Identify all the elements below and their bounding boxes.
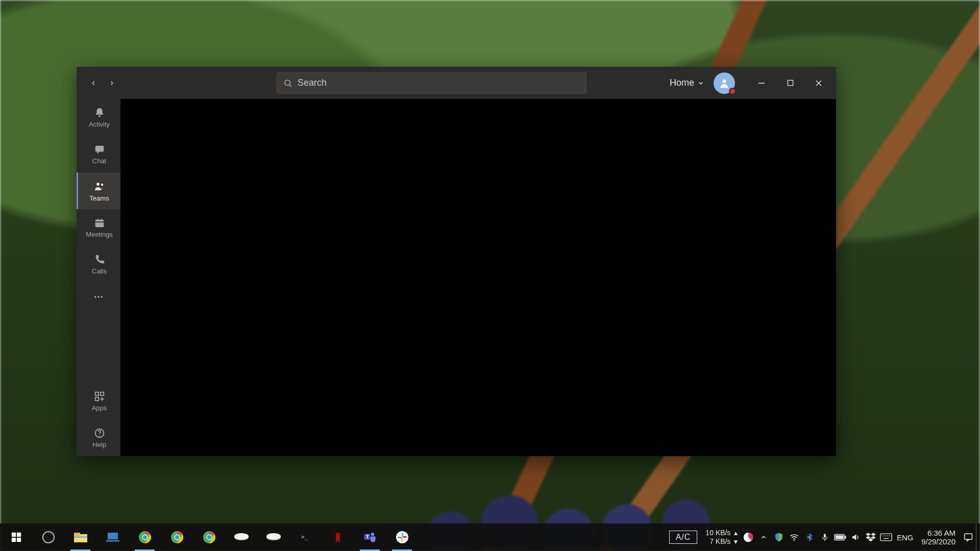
bluetooth-icon <box>805 532 814 542</box>
rail-meetings[interactable]: Meetings <box>77 209 120 246</box>
org-switcher[interactable]: Home <box>670 78 704 88</box>
rail-activity-label: Activity <box>89 120 110 128</box>
taskbar-slack[interactable] <box>386 523 418 551</box>
taskbar-chrome-profile-2[interactable] <box>161 523 193 551</box>
show-desktop-button[interactable] <box>976 523 980 551</box>
svg-rect-33 <box>108 533 118 539</box>
svg-rect-26 <box>11 533 15 537</box>
rail-chat[interactable]: Chat <box>77 136 120 172</box>
taskbar-chrome-profile-1[interactable] <box>129 523 161 551</box>
windows-taskbar: >_T A/C 10 KB/s▲ 7 KB/s▼ ENG 6:36 AM 9/2… <box>0 523 980 551</box>
svg-point-55 <box>371 533 374 536</box>
svg-rect-32 <box>74 536 87 538</box>
help-icon <box>94 428 105 439</box>
tray-pie-cpu[interactable] <box>741 523 756 551</box>
rail-more[interactable] <box>77 283 120 311</box>
tray-volume[interactable] <box>848 523 863 551</box>
rail-chat-label: Chat <box>92 157 106 165</box>
svg-point-47 <box>266 533 281 539</box>
svg-rect-64 <box>824 534 826 538</box>
taskbar-pinned-area: >_T <box>0 523 418 551</box>
svg-rect-27 <box>16 533 20 537</box>
rail-apps[interactable]: Apps <box>77 383 120 419</box>
teams-titlebar: Search Home <box>77 67 836 99</box>
rail-teams-label: Teams <box>89 194 109 202</box>
taskbar-laptop-app[interactable] <box>96 523 129 551</box>
tray-language[interactable]: ENG <box>894 523 916 551</box>
net-speed-indicator[interactable]: 10 KB/s▲ 7 KB/s▼ <box>705 529 739 546</box>
minimize-button[interactable] <box>747 72 776 94</box>
tray-dropbox[interactable] <box>863 523 878 551</box>
battery-icon <box>834 534 846 541</box>
svg-point-17 <box>97 296 100 298</box>
drive-2-icon <box>266 533 281 542</box>
tray-keyboard[interactable] <box>878 523 894 551</box>
svg-point-10 <box>101 183 103 186</box>
person-icon <box>719 78 730 89</box>
chevron-down-icon <box>697 80 704 87</box>
tray-chevron-up[interactable] <box>756 523 771 551</box>
slack-icon <box>396 531 408 543</box>
tray-wifi[interactable] <box>787 523 802 551</box>
svg-point-37 <box>142 535 146 539</box>
security-icon <box>774 533 783 542</box>
rail-teams[interactable]: Teams <box>77 172 120 209</box>
taskbar-clock[interactable]: 6:36 AM 9/29/2020 <box>916 529 961 546</box>
taskbar-teams[interactable]: T <box>354 523 386 551</box>
user-avatar[interactable] <box>714 72 735 94</box>
taskbar-netflix[interactable] <box>322 523 354 551</box>
svg-marker-8 <box>97 152 100 154</box>
chrome-profile-2-icon <box>170 531 184 544</box>
svg-marker-70 <box>871 533 876 536</box>
chevron-up-icon <box>760 534 767 541</box>
upload-arrow-icon: ▲ <box>732 530 739 537</box>
rail-calls[interactable]: Calls <box>77 246 120 283</box>
forward-button[interactable] <box>105 77 118 90</box>
search-input[interactable]: Search <box>277 72 586 94</box>
svg-point-63 <box>794 540 795 541</box>
tray-security[interactable] <box>771 523 787 551</box>
presence-indicator <box>729 88 736 95</box>
taskbar-cortana[interactable] <box>32 523 64 551</box>
close-button[interactable] <box>804 72 833 94</box>
laptop-app-icon <box>106 532 120 543</box>
svg-line-1 <box>289 85 291 86</box>
cortana-icon <box>42 531 55 543</box>
taskbar-terminal[interactable]: >_ <box>289 523 322 551</box>
keyboard-icon <box>880 533 892 541</box>
svg-point-45 <box>234 533 249 539</box>
rail-activity[interactable]: Activity <box>77 99 120 136</box>
taskbar-file-explorer[interactable] <box>64 523 96 551</box>
svg-point-40 <box>175 535 179 539</box>
svg-rect-58 <box>398 537 402 538</box>
taskbar-drive-2[interactable] <box>257 523 289 551</box>
window-controls <box>747 72 833 94</box>
taskbar-chrome-profile-3[interactable] <box>193 523 225 551</box>
svg-rect-4 <box>788 80 793 85</box>
pie-cpu-icon <box>743 532 754 543</box>
svg-marker-69 <box>866 533 871 536</box>
svg-rect-34 <box>106 540 119 542</box>
maximize-button[interactable] <box>776 72 804 94</box>
rail-help[interactable]: Help <box>77 419 120 456</box>
taskbar-tray-area: A/C 10 KB/s▲ 7 KB/s▼ ENG 6:36 AM 9/29/20… <box>669 523 980 551</box>
tray-bluetooth[interactable] <box>802 523 817 551</box>
rail-meetings-label: Meetings <box>86 231 113 238</box>
tray-mic[interactable] <box>817 523 832 551</box>
ac-indicator[interactable]: A/C <box>669 531 698 544</box>
teams-content-area <box>120 99 836 456</box>
netflix-icon <box>332 531 344 543</box>
taskbar-start[interactable] <box>0 523 32 551</box>
tray-battery[interactable] <box>832 523 848 551</box>
action-center-button[interactable] <box>961 523 976 551</box>
svg-rect-7 <box>95 145 104 152</box>
bell-icon <box>94 107 105 118</box>
search-icon <box>283 79 292 88</box>
back-button[interactable] <box>87 77 100 90</box>
org-label: Home <box>670 78 694 88</box>
history-nav <box>87 77 118 90</box>
taskbar-drive-1[interactable] <box>225 523 257 551</box>
svg-rect-51 <box>336 533 337 542</box>
svg-point-0 <box>285 80 290 86</box>
start-icon <box>11 532 22 543</box>
